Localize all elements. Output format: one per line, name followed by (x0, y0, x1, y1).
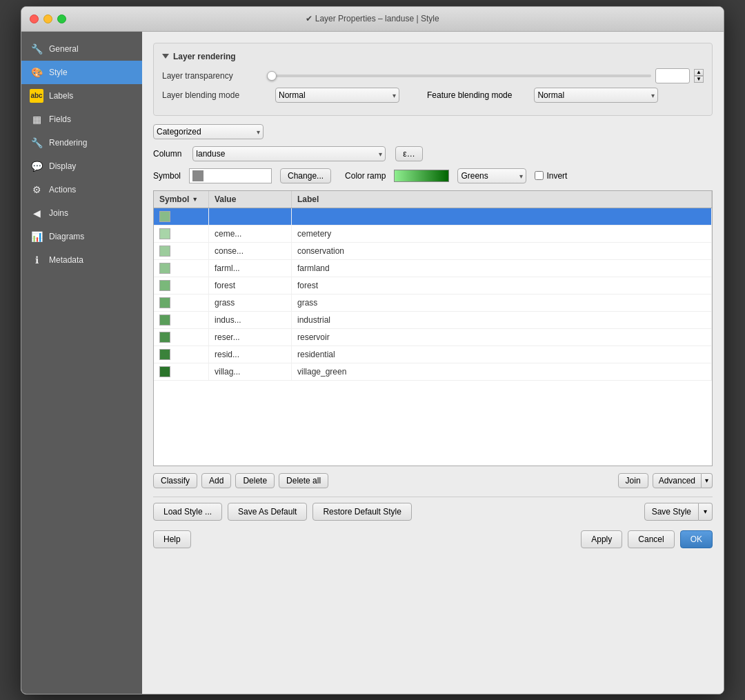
sidebar-item-diagrams[interactable]: 📊 Diagrams (21, 225, 142, 248)
td-value: ceme... (209, 226, 292, 242)
table-row[interactable]: indus... industrial (154, 312, 712, 329)
td-value: reser... (209, 329, 292, 346)
sidebar-item-joins[interactable]: ◀ Joins (21, 201, 142, 225)
transparency-up[interactable]: ▲ (694, 69, 704, 76)
table-row[interactable]: conse... conservation (154, 243, 712, 260)
layer-rendering-title: Layer rendering (173, 52, 236, 61)
td-symbol (154, 312, 209, 328)
main-window: ✔ Layer Properties – landuse | Style 🔧 G… (21, 6, 724, 694)
add-button[interactable]: Add (201, 473, 231, 488)
td-label: industrial (292, 312, 712, 328)
table-row[interactable] (154, 208, 712, 226)
style-options: Categorized Single symbol Graduated Rule… (153, 124, 713, 548)
column-wrapper: landuse (192, 146, 386, 161)
transparency-label: Layer transparency (162, 71, 259, 81)
td-symbol (154, 329, 209, 346)
sidebar-label-labels: Labels (49, 91, 73, 101)
td-label: grass (292, 294, 712, 311)
td-label: cemetery (292, 226, 712, 242)
sidebar-label-metadata: Metadata (49, 255, 83, 265)
th-value: Value (209, 191, 292, 208)
td-label: residential (292, 346, 712, 363)
sidebar-item-rendering[interactable]: 🔧 Rendering (21, 131, 142, 154)
apply-button[interactable]: Apply (581, 530, 622, 548)
sidebar-label-style: Style (49, 68, 68, 77)
sidebar-item-labels[interactable]: abc Labels (21, 84, 142, 108)
sidebar-label-general: General (49, 44, 79, 54)
table-row[interactable]: grass grass (154, 294, 712, 312)
renderer-select[interactable]: Categorized Single symbol Graduated Rule… (153, 124, 264, 139)
td-label: village_green (292, 363, 712, 380)
sidebar-item-general[interactable]: 🔧 General (21, 37, 142, 61)
table-row[interactable]: forest forest (154, 277, 712, 294)
td-label: forest (292, 277, 712, 294)
sidebar-item-style[interactable]: 🎨 Style (21, 61, 142, 84)
save-style-button[interactable]: Save Style (644, 503, 699, 521)
color-ramp-preview (394, 170, 449, 182)
delete-button[interactable]: Delete (235, 473, 275, 488)
change-symbol-button[interactable]: Change... (280, 168, 331, 183)
table-row[interactable]: ceme... cemetery (154, 226, 712, 243)
transparency-value[interactable]: 0 (655, 68, 690, 83)
close-button[interactable] (30, 14, 39, 23)
categories-table: Symbol ▼ Value Label (153, 190, 713, 466)
transparency-down[interactable]: ▼ (694, 76, 704, 83)
td-symbol (154, 346, 209, 363)
symbol-swatch (159, 314, 170, 326)
table-row[interactable]: resid... residential (154, 346, 712, 363)
minimize-button[interactable] (43, 14, 52, 23)
feature-blending-select[interactable]: Normal Multiply Screen (534, 88, 658, 103)
maximize-button[interactable] (57, 14, 66, 23)
transparency-slider[interactable] (267, 74, 651, 77)
advanced-wrapper: Advanced ▾ (653, 473, 713, 488)
symbol-swatch (159, 280, 170, 291)
td-symbol (154, 363, 209, 380)
load-style-button[interactable]: Load Style ... (153, 503, 222, 521)
layer-rendering-section: Layer rendering Layer transparency 0 ▲ ▼ (153, 43, 713, 116)
delete-all-button[interactable]: Delete all (279, 473, 328, 488)
sidebar-item-display[interactable]: 💬 Display (21, 154, 142, 178)
color-ramp-select[interactable]: Greens Blues Reds (457, 168, 526, 183)
advanced-dropdown-arrow[interactable]: ▾ (702, 473, 713, 488)
table-row[interactable]: farml... farmland (154, 260, 712, 277)
labels-icon: abc (30, 89, 43, 103)
titlebar: ✔ Layer Properties – landuse | Style (21, 7, 724, 32)
sort-icon: ▼ (192, 196, 198, 203)
help-button[interactable]: Help (153, 530, 191, 548)
table-row[interactable]: reser... reservoir (154, 329, 712, 346)
transparency-slider-container: 0 ▲ ▼ (267, 68, 704, 83)
restore-default-button[interactable]: Restore Default Style (312, 503, 411, 521)
ok-button[interactable]: OK (680, 530, 713, 548)
blending-row: Layer blending mode Normal Multiply Scre… (162, 88, 704, 103)
symbol-swatch (159, 297, 170, 308)
invert-label: Invert (546, 171, 567, 181)
layer-blending-wrapper: Normal Multiply Screen (275, 88, 399, 103)
sidebar-item-fields[interactable]: ▦ Fields (21, 108, 142, 131)
window-title: ✔ Layer Properties – landuse | Style (306, 14, 439, 23)
sidebar-item-metadata[interactable]: ℹ Metadata (21, 248, 142, 272)
th-symbol: Symbol ▼ (154, 191, 209, 208)
symbol-row: Symbol Change... Color ramp Greens Blues… (153, 168, 713, 183)
join-button[interactable]: Join (618, 473, 648, 488)
sidebar-label-diagrams: Diagrams (49, 232, 84, 241)
table-row[interactable]: villag... village_green (154, 363, 712, 381)
collapse-icon[interactable] (162, 54, 169, 59)
rendering-icon: 🔧 (30, 136, 43, 150)
layer-blending-select[interactable]: Normal Multiply Screen (275, 88, 399, 103)
advanced-button[interactable]: Advanced (653, 473, 702, 488)
save-style-wrapper: Save Style ▾ (644, 503, 713, 521)
td-symbol (154, 277, 209, 294)
save-style-arrow[interactable]: ▾ (699, 503, 713, 521)
sidebar-label-rendering: Rendering (49, 138, 87, 148)
feature-blending-wrapper: Normal Multiply Screen (534, 88, 658, 103)
cancel-button[interactable]: Cancel (628, 530, 674, 548)
column-select[interactable]: landuse (192, 146, 386, 161)
td-label (292, 208, 712, 225)
color-ramp-label: Color ramp (345, 171, 386, 181)
expression-button[interactable]: ε… (395, 146, 422, 161)
save-as-default-button[interactable]: Save As Default (228, 503, 307, 521)
classify-button[interactable]: Classify (153, 473, 197, 488)
invert-check[interactable] (535, 171, 544, 180)
sidebar-label-display: Display (49, 161, 76, 171)
sidebar-item-actions[interactable]: ⚙ Actions (21, 178, 142, 201)
